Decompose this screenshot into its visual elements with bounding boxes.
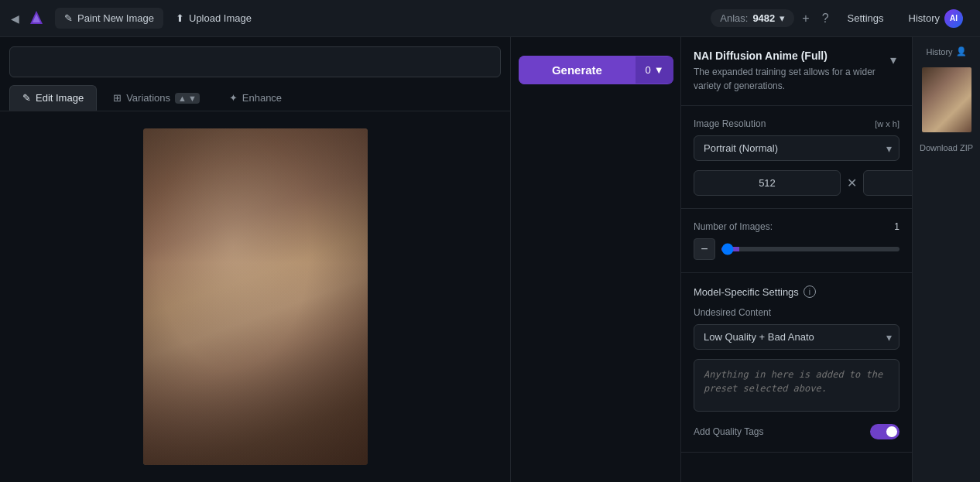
topnav: ◀ ✎ Paint New Image ⬆ Upload Image Anlas…	[0, 0, 980, 37]
back-button[interactable]: ◀	[6, 9, 24, 28]
prompt-bar	[0, 37, 510, 77]
anlas-display: Anlas: 9482 ▾	[711, 9, 794, 27]
quality-tags-label: Add Quality Tags	[694, 426, 764, 437]
history-thumbnail[interactable]	[920, 66, 973, 134]
left-panel: ✎ Edit Image ⊞ Variations ▲ ▼ ✦ Enhance	[0, 37, 511, 482]
model-info: NAI Diffusion Anime (Full) The expanded …	[694, 50, 887, 93]
right-panel: NAI Diffusion Anime (Full) The expanded …	[681, 37, 912, 482]
settings-button[interactable]: Settings	[837, 8, 895, 29]
tab-edit-image[interactable]: ✎ Edit Image	[9, 85, 97, 111]
tab-variations[interactable]: ⊞ Variations ▲ ▼	[100, 85, 213, 111]
history-thumbnail-image	[922, 67, 971, 132]
images-count-row: −	[694, 238, 899, 260]
width-input[interactable]	[694, 170, 841, 196]
toggle-track[interactable]	[870, 424, 899, 439]
dimensions-x-icon: ✕	[847, 176, 857, 190]
images-slider[interactable]	[721, 247, 899, 251]
plus-icon: +	[802, 12, 809, 26]
undesired-preset-select[interactable]: Low Quality + Bad Anato	[694, 324, 899, 350]
history-label: History 👤	[913, 43, 980, 63]
negative-prompt-input[interactable]	[694, 359, 899, 412]
main-layout: ✎ Edit Image ⊞ Variations ▲ ▼ ✦ Enhance	[0, 37, 980, 482]
resolution-section: Image Resolution [w x h] Portrait (Norma…	[681, 106, 912, 209]
pencil-icon: ✎	[64, 12, 73, 24]
resolution-preset-select[interactable]: Portrait (Normal)	[694, 135, 899, 161]
images-section: Number of Images: 1 −	[681, 209, 912, 273]
images-decrement-button[interactable]: −	[694, 238, 715, 260]
history-icon: 👤	[956, 46, 967, 56]
variations-badge: ▲ ▼	[175, 93, 200, 104]
model-specific-title: Model-Specific Settings i	[694, 285, 899, 298]
prompt-input[interactable]	[9, 46, 501, 77]
images-label: Number of Images: 1	[694, 221, 899, 232]
model-description: The expanded training set allows for a w…	[694, 65, 887, 93]
user-avatar: AI	[944, 9, 963, 28]
model-header: NAI Diffusion Anime (Full) The expanded …	[694, 50, 899, 93]
edit-icon: ✎	[22, 92, 31, 104]
app-logo	[27, 9, 46, 28]
back-icon: ◀	[11, 12, 19, 25]
help-button[interactable]: ?	[817, 7, 834, 30]
model-specific-section: Model-Specific Settings i Undesired Cont…	[681, 273, 912, 453]
history-button[interactable]: History AI	[898, 5, 974, 32]
add-button[interactable]: +	[797, 7, 814, 30]
enhance-icon: ✦	[229, 92, 238, 104]
dimensions-row: ✕	[694, 170, 899, 196]
model-collapse-button[interactable]: ▾	[887, 50, 899, 70]
generate-cost[interactable]: 0 ▼	[636, 56, 673, 84]
help-icon: ?	[822, 12, 829, 26]
model-section: NAI Diffusion Anime (Full) The expanded …	[681, 37, 912, 106]
download-zip-button[interactable]: Download ZIP	[917, 140, 976, 156]
tab-enhance[interactable]: ✦ Enhance	[216, 85, 295, 111]
quality-tags-row: Add Quality Tags	[694, 424, 899, 439]
generate-button-wrap: Generate 0 ▼	[519, 56, 673, 84]
variations-icon: ⊞	[113, 92, 122, 104]
toggle-thumb	[886, 426, 897, 437]
generate-panel: Generate 0 ▼	[511, 37, 681, 482]
resolution-preset-wrap: Portrait (Normal) ▾	[694, 135, 899, 161]
history-panel: History 👤 Download ZIP	[912, 37, 980, 482]
quality-tags-toggle[interactable]	[870, 424, 899, 439]
canvas-image	[143, 128, 368, 465]
model-name: NAI Diffusion Anime (Full)	[694, 50, 887, 62]
model-specific-info-icon[interactable]: i	[804, 285, 816, 298]
anlas-arrow-icon: ▾	[780, 12, 785, 24]
undesired-preset-wrap: Low Quality + Bad Anato ▾	[694, 324, 899, 350]
height-input[interactable]	[863, 170, 912, 196]
canvas-area	[0, 111, 510, 482]
upload-image-button[interactable]: ⬆ Upload Image	[166, 8, 261, 29]
cost-arrow-icon: ▼	[654, 64, 664, 76]
tab-bar: ✎ Edit Image ⊞ Variations ▲ ▼ ✦ Enhance	[0, 77, 510, 111]
resolution-label: Image Resolution [w x h]	[694, 118, 899, 129]
paint-new-image-button[interactable]: ✎ Paint New Image	[55, 8, 163, 29]
generate-button[interactable]: Generate	[519, 56, 636, 84]
undesired-content-label: Undesired Content	[694, 307, 899, 318]
upload-icon: ⬆	[176, 12, 184, 24]
